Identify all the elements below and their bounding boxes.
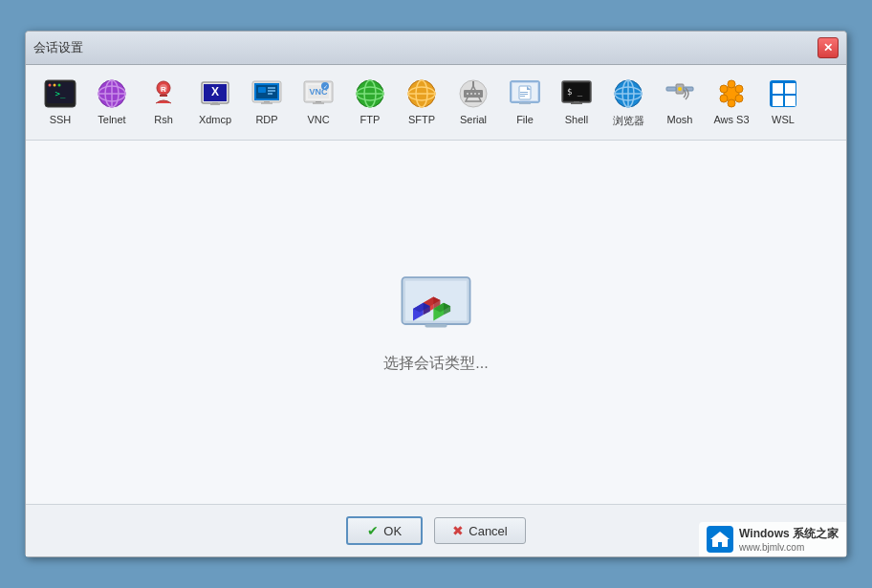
svg-rect-25: [268, 90, 275, 92]
sftp-icon: [404, 76, 439, 111]
rdp-label: RDP: [255, 114, 277, 125]
sftp-label: SFTP: [408, 114, 435, 125]
toolbar-item-xdmcp[interactable]: X Xdmcp: [190, 73, 240, 132]
svg-point-52: [478, 93, 480, 95]
file-icon: [508, 76, 542, 111]
toolbar-item-shell[interactable]: $ _ Shell: [552, 73, 601, 132]
ftp-icon: [353, 76, 387, 111]
svg-text:R: R: [161, 85, 166, 94]
ssh-icon: >_: [43, 76, 77, 111]
placeholder-monitor-icon: [398, 272, 474, 338]
toolbar-item-telnet[interactable]: Telnet: [87, 73, 137, 132]
wsl-icon: [766, 76, 800, 111]
title-bar: 会话设置 ✕: [26, 32, 846, 65]
svg-rect-28: [261, 102, 272, 104]
svg-rect-73: [666, 87, 676, 91]
svg-point-51: [474, 93, 476, 95]
shell-icon: $ _: [559, 76, 594, 111]
toolbar-item-vnc[interactable]: VNC ✓ VNC: [294, 73, 343, 132]
vnc-icon: VNC ✓: [301, 76, 336, 111]
xdmcp-label: Xdmcp: [199, 114, 231, 125]
toolbar-item-ssh[interactable]: >_ SSH: [35, 73, 85, 132]
svg-point-81: [720, 95, 728, 102]
svg-rect-87: [785, 96, 796, 106]
svg-point-78: [728, 99, 735, 107]
windows-house-icon: [707, 526, 733, 553]
ftp-label: FTP: [360, 114, 381, 125]
svg-rect-59: [520, 92, 528, 93]
xdmcp-icon: X: [198, 76, 232, 111]
svg-rect-23: [258, 87, 266, 93]
toolbar-item-wsl[interactable]: WSL: [758, 73, 808, 132]
svg-rect-24: [268, 87, 275, 89]
dialog-title: 会话设置: [33, 39, 83, 56]
content-area: 选择会话类型...: [26, 141, 846, 504]
ssh-label: SSH: [50, 114, 72, 125]
rsh-label: Rsh: [154, 114, 173, 125]
svg-rect-60: [520, 94, 528, 95]
placeholder: 选择会话类型...: [383, 272, 488, 374]
file-label: File: [516, 114, 534, 125]
placeholder-text: 选择会话类型...: [383, 354, 488, 374]
svg-point-82: [735, 95, 743, 102]
awss3-icon: [714, 76, 749, 111]
svg-rect-85: [785, 83, 796, 94]
svg-rect-26: [268, 93, 272, 95]
toolbar: >_ SSH Telnet: [26, 65, 846, 141]
toolbar-item-ftp[interactable]: FTP: [345, 73, 395, 132]
ok-checkmark-icon: ✔: [367, 523, 379, 538]
toolbar-item-browser[interactable]: 浏览器: [603, 73, 653, 132]
svg-text:✓: ✓: [323, 84, 328, 90]
awss3-label: Aws S3: [713, 114, 749, 125]
svg-text:$ _: $ _: [567, 87, 583, 97]
ok-button[interactable]: ✔ OK: [346, 516, 423, 545]
telnet-icon: [95, 76, 129, 111]
svg-point-50: [470, 93, 472, 95]
svg-rect-84: [773, 83, 783, 94]
cancel-label: Cancel: [469, 524, 507, 538]
watermark: Windows 系统之家 www.bjmlv.com: [699, 522, 846, 556]
toolbar-item-mosh[interactable]: Mosh: [655, 73, 705, 132]
svg-point-3: [49, 84, 52, 87]
svg-point-77: [728, 80, 735, 88]
cancel-x-icon: ✖: [452, 523, 464, 538]
svg-point-79: [720, 85, 728, 93]
toolbar-item-sftp[interactable]: SFTP: [397, 73, 447, 132]
toolbar-item-awss3[interactable]: Aws S3: [707, 73, 756, 132]
svg-rect-74: [684, 87, 693, 91]
watermark-line1: Windows 系统之家: [739, 526, 839, 542]
browser-icon: [611, 76, 645, 111]
svg-point-49: [467, 93, 469, 95]
svg-rect-34: [313, 102, 324, 104]
rdp-icon: [250, 76, 284, 111]
svg-text:X: X: [211, 85, 219, 98]
toolbar-item-serial[interactable]: Serial: [448, 73, 498, 132]
close-button[interactable]: ✕: [818, 37, 839, 58]
mosh-icon: [663, 76, 697, 111]
svg-point-80: [735, 85, 743, 93]
dialog: 会话设置 ✕ >_ SSH: [25, 31, 847, 557]
cancel-button[interactable]: ✖ Cancel: [434, 517, 525, 544]
svg-point-4: [54, 84, 56, 87]
toolbar-item-rsh[interactable]: R Rsh: [139, 73, 188, 132]
svg-rect-19: [210, 103, 220, 105]
serial-label: Serial: [460, 114, 487, 125]
telnet-label: Telnet: [98, 114, 125, 125]
svg-text:>_: >_: [55, 89, 66, 98]
toolbar-item-file[interactable]: File: [500, 73, 550, 132]
svg-point-75: [678, 87, 682, 91]
svg-rect-100: [425, 324, 447, 328]
svg-rect-86: [773, 96, 783, 106]
ok-label: OK: [383, 524, 402, 538]
toolbar-item-rdp[interactable]: RDP: [242, 73, 292, 132]
vnc-label: VNC: [307, 114, 329, 125]
wsl-label: WSL: [772, 114, 795, 125]
mosh-label: Mosh: [667, 114, 693, 125]
watermark-line2: www.bjmlv.com: [739, 542, 839, 553]
svg-rect-61: [520, 96, 525, 97]
browser-label: 浏览器: [613, 114, 644, 128]
svg-point-5: [58, 84, 61, 87]
svg-rect-66: [571, 102, 582, 104]
svg-rect-57: [519, 102, 531, 104]
serial-icon: [456, 76, 490, 111]
